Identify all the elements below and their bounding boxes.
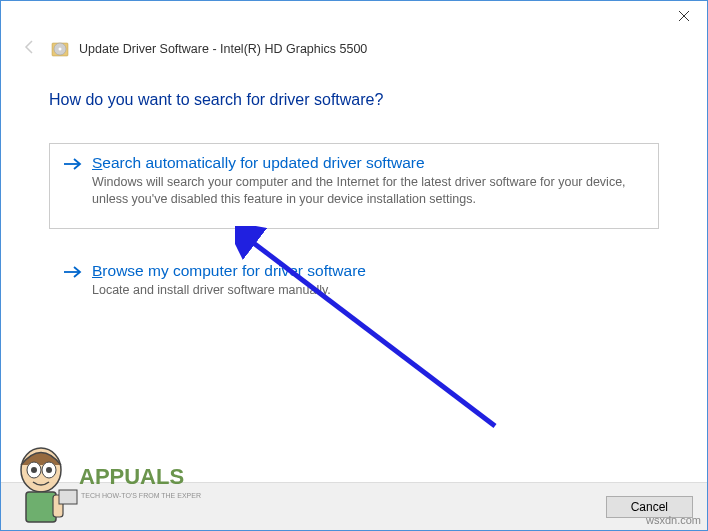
option-description: Windows will search your computer and th… — [92, 174, 644, 208]
close-button[interactable] — [661, 1, 707, 31]
svg-point-11 — [42, 462, 56, 478]
svg-point-13 — [46, 467, 52, 473]
arrow-right-icon — [64, 154, 84, 176]
back-arrow-icon — [19, 39, 41, 59]
titlebar — [1, 1, 707, 31]
svg-point-4 — [59, 48, 62, 51]
option-browse-computer[interactable]: Browse my computer for driver software L… — [49, 251, 659, 320]
option-description: Locate and install driver software manua… — [92, 282, 644, 299]
option-title: Search automatically for updated driver … — [92, 154, 644, 172]
close-icon — [679, 11, 689, 21]
arrow-right-icon — [64, 262, 84, 284]
page-title: How do you want to search for driver sof… — [49, 91, 659, 109]
cancel-button[interactable]: Cancel — [606, 496, 693, 518]
window-title: Update Driver Software - Intel(R) HD Gra… — [79, 42, 367, 56]
header: Update Driver Software - Intel(R) HD Gra… — [1, 31, 707, 73]
svg-point-10 — [27, 462, 41, 478]
update-driver-wizard: Update Driver Software - Intel(R) HD Gra… — [0, 0, 708, 531]
option-title: Browse my computer for driver software — [92, 262, 644, 280]
svg-point-12 — [31, 467, 37, 473]
content-area: How do you want to search for driver sof… — [1, 73, 707, 352]
option-search-automatically[interactable]: Search automatically for updated driver … — [49, 143, 659, 229]
cd-disk-icon — [51, 40, 69, 58]
footer: Cancel — [1, 482, 707, 530]
